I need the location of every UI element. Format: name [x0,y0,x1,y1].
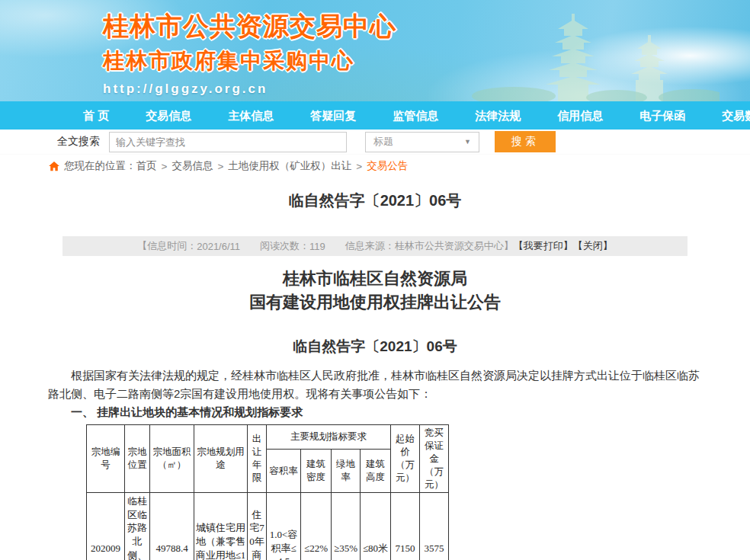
article-heading-line2: 国有建设用地使用权挂牌出让公告 [0,290,750,314]
col-start-price: 起始价（万元） [391,425,420,493]
nav-item-laws[interactable]: 法律法规 [457,101,539,130]
search-category-value: 标题 [373,135,393,149]
site-title: 桂林市公共资源交易中心 [103,9,396,44]
cell-usage: 城镇住宅用地（兼零售商业用地≤10%） [194,493,248,560]
breadcrumb-trade-info[interactable]: 交易信息 [171,159,213,173]
pagoda-scenery-illustration [468,6,720,101]
col-term: 出让年限 [248,425,267,493]
search-button[interactable]: 搜索 [495,131,556,152]
col-deposit: 竞买保证金（万元） [420,425,449,493]
nav-item-trade-data[interactable]: 交易数据 [704,101,750,130]
print-button[interactable]: 【我要打印】 [514,239,573,253]
breadcrumb: 您现在的位置： 首页 > 交易信息 > 土地使用权（矿业权）出让 > 交易公告 [0,155,750,178]
cell-plot-no: 202009 [87,493,125,560]
breadcrumb-land-transfer[interactable]: 土地使用权（矿业权）出让 [228,159,351,173]
info-source-value: 桂林市公共资源交易中心 [395,239,504,253]
cell-price: 7150 [391,493,420,560]
cell-area: 49788.4 [150,493,194,560]
cell-far: 1.0<容积率≤4.5 [267,493,301,560]
info-time-value: 2021/6/11 [197,241,240,252]
col-green: 绿地率 [332,450,361,493]
col-plot-no: 宗地编号 [87,425,125,493]
nav-item-home[interactable]: 首 页 [65,101,127,130]
article-heading-line1: 桂林市临桂区自然资源局 [0,267,750,290]
nav-item-subject-info[interactable]: 主体信息 [210,101,292,130]
page: 桂林市公共资源交易中心 桂林市政府集中采购中心 http://glggzy.or… [0,0,750,560]
col-area: 宗地面积（㎡） [150,425,194,493]
nav-item-supervision-info[interactable]: 监管信息 [374,101,457,130]
nav-item-credit-info[interactable]: 信用信息 [539,101,621,130]
table-row: 202009 临桂区临苏路北侧、电子二路南侧 49788.4 城镇住宅用地（兼零… [87,493,449,560]
info-time-label: 【信息时间： [137,239,197,253]
site-url: http://glggzy.org.cn [103,82,396,97]
page-title: 临自然告字〔2021〕06号 [0,190,750,211]
info-source-label: 信息来源： [345,239,395,253]
breadcrumb-separator: > [217,161,223,172]
nav-item-e-guarantee[interactable]: 电子保函 [621,101,704,130]
table-header-row: 宗地编号 宗地位置 宗地面积（㎡） 宗地规划用途 出让年限 主要规划指标要求 起… [87,425,449,450]
search-category-select[interactable]: 标题 ▼ [365,132,479,152]
cell-term: 住宅70年商业40年 [248,493,267,560]
site-logo: 桂林市公共资源交易中心 桂林市政府集中采购中心 http://glggzy.or… [103,9,396,97]
main-nav: 首 页 交易信息 主体信息 答疑回复 监管信息 法律法规 信用信息 电子保函 交… [0,101,750,130]
chevron-down-icon: ▼ [464,138,471,146]
col-usage: 宗地规划用途 [194,425,248,493]
info-bar: 【信息时间： 2021/6/11 阅读次数： 119 信息来源： 桂林市公共资源… [62,236,688,256]
info-views-label: 阅读次数： [260,239,309,253]
site-banner: 桂林市公共资源交易中心 桂林市政府集中采购中心 http://glggzy.or… [0,0,750,101]
col-location: 宗地位置 [125,425,150,493]
cell-location: 临桂区临苏路北侧、电子二路南侧 [125,493,150,560]
info-views-value: 119 [309,241,325,252]
nav-item-trade-info[interactable]: 交易信息 [127,101,210,130]
home-icon [49,162,59,171]
info-close-bracket: 】 [504,239,514,253]
article-paragraph: 根据国家有关法律法规的规定，经桂林市临桂区人民政府批准，桂林市临桂区自然资源局决… [48,366,704,403]
breadcrumb-separator: > [356,161,362,172]
cell-density: ≤22% [301,493,332,560]
breadcrumb-home[interactable]: 首页 [136,159,157,173]
search-input[interactable] [109,132,347,152]
col-height: 建筑高度 [361,450,391,493]
breadcrumb-current: 交易公告 [367,159,408,173]
land-parcel-table: 宗地编号 宗地位置 宗地面积（㎡） 宗地规划用途 出让年限 主要规划指标要求 起… [86,424,449,560]
cell-height: ≤80米 [361,493,391,560]
breadcrumb-prefix: 您现在的位置： [64,159,136,173]
article-section-heading: 一、 挂牌出让地块的基本情况和规划指标要求 [48,404,704,421]
nav-item-qa-reply[interactable]: 答疑回复 [292,101,374,130]
search-bar: 全文搜索 标题 ▼ 搜索 [0,130,750,155]
col-density: 建筑密度 [301,450,332,493]
article-doc-number: 临自然告字〔2021〕06号 [0,337,750,357]
col-indicators-group: 主要规划指标要求 [267,425,391,450]
cell-deposit: 3575 [420,493,449,560]
cell-green: ≥35% [332,493,361,560]
breadcrumb-separator: > [162,161,168,172]
close-button[interactable]: 【关闭】 [573,239,613,253]
site-subtitle: 桂林市政府集中采购中心 [103,46,396,75]
search-label: 全文搜索 [57,135,100,149]
col-far: 容积率 [267,450,301,493]
